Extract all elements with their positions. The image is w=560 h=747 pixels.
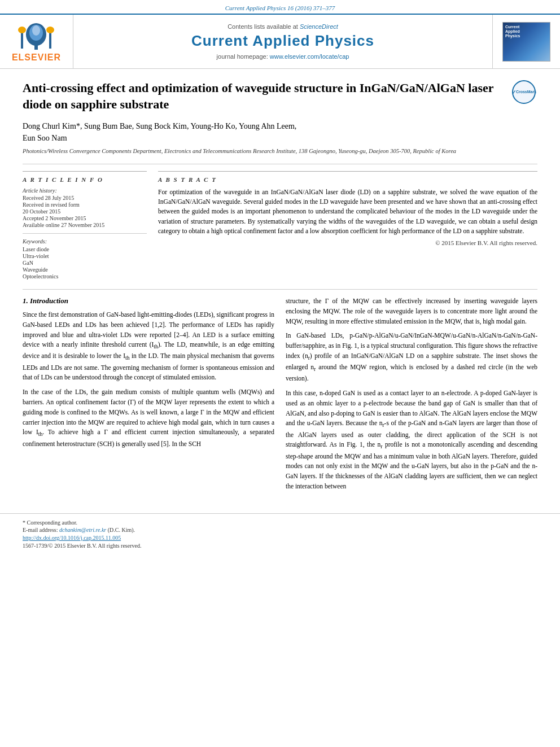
corresponding-note: * Corresponding author. (23, 519, 537, 526)
author-line1: Dong Churl Kim*, Sung Bum Bae, Sung Bock… (23, 122, 296, 130)
article-info-column: A R T I C L E I N F O Article history: R… (23, 171, 147, 280)
svg-rect-4 (21, 32, 23, 49)
journal-cover-area: CurrentAppliedPhysics (492, 15, 560, 68)
abstract-copyright: © 2015 Elsevier B.V. All rights reserved… (158, 239, 537, 246)
article-info-box: A R T I C L E I N F O Article history: R… (23, 171, 147, 279)
sciencedirect-link[interactable]: ScienceDirect (300, 23, 338, 30)
main-content: Anti-crossing effect and optimization of… (0, 69, 560, 508)
svg-point-7 (46, 27, 54, 33)
keyword-4: Optoelectronics (23, 273, 147, 279)
crossmark-icon: ✓CrossMark (512, 80, 536, 104)
history-item-4: Available online 27 November 2015 (23, 222, 147, 228)
elsevier-logo: ELSEVIER (12, 20, 61, 63)
journal-header-center: Contents lists available at ScienceDirec… (73, 15, 492, 68)
journal-title: Current Applied Physics (191, 32, 374, 50)
section1-heading: 1. Introduction (23, 296, 274, 305)
elsevier-tree-icon (16, 20, 56, 51)
email-line: E-mail address: dchankim@etri.re.kr (D.C… (23, 527, 537, 533)
journal-header: ELSEVIER Contents lists available at Sci… (0, 14, 560, 69)
cover-text: CurrentAppliedPhysics (505, 25, 520, 39)
history-item-2: 20 October 2015 (23, 208, 147, 215)
divider (23, 164, 537, 164)
keyword-3: Waveguide (23, 267, 147, 273)
history-item-3: Accepted 2 November 2015 (23, 215, 147, 221)
journal-cover-thumbnail: CurrentAppliedPhysics (502, 22, 550, 62)
email-suffix: (D.C. Kim). (108, 527, 135, 533)
affiliation: Photonics/Wireless Convergence Component… (23, 147, 537, 156)
history-section: Article history: Received 28 July 2015 R… (23, 187, 147, 234)
keyword-1: Ultra-violet (23, 253, 147, 259)
history-item-1: Received in revised form (23, 202, 147, 208)
keywords-label: Keywords: (23, 238, 147, 244)
history-item-0: Received 28 July 2015 (23, 195, 147, 201)
issn-line: 1567-1739/© 2015 Elsevier B.V. All right… (23, 543, 537, 549)
abstract-title: A B S T R A C T (158, 176, 537, 183)
elsevier-logo-area: ELSEVIER (0, 15, 73, 68)
keywords-section: Keywords: Laser diode Ultra-violet GaN W… (23, 238, 147, 279)
homepage-link[interactable]: www.elsevier.com/locate/cap (270, 53, 349, 60)
journal-reference: Current Applied Physics 16 (2016) 371–37… (0, 0, 560, 14)
svg-rect-6 (49, 32, 51, 49)
article-title-area: Anti-crossing effect and optimization of… (23, 80, 537, 112)
elsevier-name: ELSEVIER (12, 53, 61, 63)
section1-col2: structure, the Γ of the MQW can be effec… (286, 296, 537, 496)
section1-col1-para2: In the case of the LDs, the gain medium … (23, 387, 274, 449)
footer-area: * Corresponding author. E-mail address: … (0, 513, 560, 554)
abstract-box: A B S T R A C T For optimization of the … (158, 171, 537, 246)
body-divider (23, 289, 537, 290)
crossmark-badge: ✓CrossMark (512, 80, 537, 106)
svg-point-5 (18, 27, 26, 33)
section1-col2-para3: In this case, n-doped GaN is used as a c… (286, 388, 537, 492)
history-label: Article history: (23, 187, 147, 194)
abstract-column: A B S T R A C T For optimization of the … (158, 171, 537, 280)
section1-col2-para1: structure, the Γ of the MQW can be effec… (286, 296, 537, 326)
abstract-text: For optimization of the waveguide in an … (158, 187, 537, 236)
section1-col1: 1. Introduction Since the first demonstr… (23, 296, 274, 496)
email-label: E-mail address: (23, 527, 58, 533)
keyword-0: Laser diode (23, 246, 147, 252)
authors: Dong Churl Kim*, Sung Bum Bae, Sung Bock… (23, 120, 537, 144)
section1-col2-para2: In GaN-based LDs, p-GaN/p-AlGaN/u-GaN/In… (286, 331, 537, 384)
doi-link[interactable]: http://dx.doi.org/10.1016/j.cap.2015.11.… (23, 535, 537, 541)
section1-col1-para1: Since the first demonstration of GaN-bas… (23, 310, 274, 383)
contents-line: Contents lists available at ScienceDirec… (228, 23, 338, 30)
author-email[interactable]: dchankim@etri.re.kr (59, 527, 106, 533)
article-info-abstract-row: A R T I C L E I N F O Article history: R… (23, 171, 537, 280)
svg-point-3 (32, 25, 40, 36)
keyword-2: GaN (23, 260, 147, 266)
article-title: Anti-crossing effect and optimization of… (23, 81, 493, 111)
homepage-line: journal homepage: www.elsevier.com/locat… (217, 53, 349, 60)
article-info-title: A R T I C L E I N F O (23, 176, 147, 183)
author-line2: Eun Soo Nam (23, 134, 67, 142)
section1-area: 1. Introduction Since the first demonstr… (23, 296, 537, 496)
